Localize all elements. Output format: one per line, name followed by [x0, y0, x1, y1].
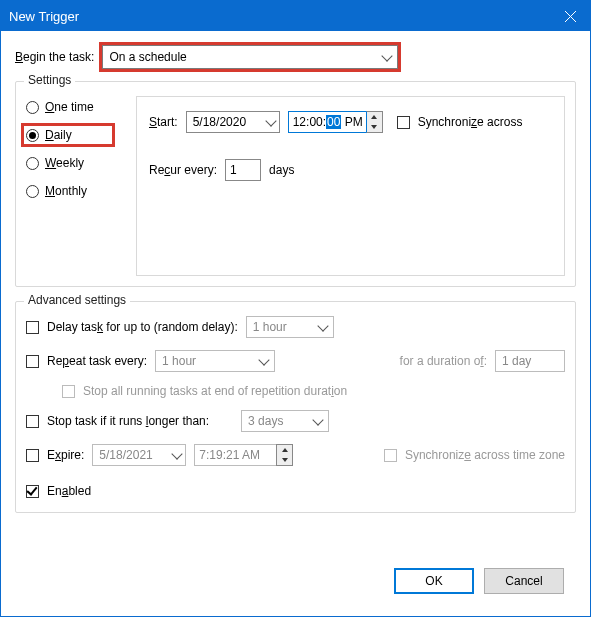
repeat-checkbox[interactable]	[26, 355, 39, 368]
dialog-content: Begin the task: On a schedule Settings O…	[1, 31, 590, 616]
titlebar: New Trigger	[1, 1, 590, 31]
chevron-down-icon	[258, 354, 269, 365]
chevron-down-icon	[382, 50, 393, 61]
sync-tz-checkbox	[384, 449, 397, 462]
stop-longer-label[interactable]: Stop task if it runs longer than:	[47, 414, 209, 428]
ok-button[interactable]: OK	[394, 568, 474, 594]
delay-dropdown[interactable]: 1 hour	[246, 316, 334, 338]
expire-checkbox[interactable]	[26, 449, 39, 462]
begin-task-dropdown[interactable]: On a schedule	[102, 45, 398, 69]
window-title: New Trigger	[9, 9, 79, 24]
start-date-picker[interactable]: 5/18/2020	[186, 111, 280, 133]
advanced-legend: Advanced settings	[24, 293, 130, 307]
advanced-settings-group: Advanced settings Delay task for up to (…	[15, 301, 576, 513]
start-label: Start:	[149, 115, 178, 129]
repeat-dropdown[interactable]: 1 hour	[155, 350, 275, 372]
expire-label[interactable]: Expire:	[47, 448, 84, 462]
radio-daily[interactable]: Daily	[26, 128, 98, 142]
radio-one-time[interactable]: One time	[26, 100, 126, 114]
sync-checkbox[interactable]	[397, 116, 410, 129]
new-trigger-dialog: New Trigger Begin the task: On a schedul…	[0, 0, 591, 617]
begin-task-value: On a schedule	[109, 50, 186, 64]
recur-value-input[interactable]: 1	[225, 159, 261, 181]
stop-longer-dropdown[interactable]: 3 days	[241, 410, 329, 432]
radio-monthly[interactable]: Monthly	[26, 184, 126, 198]
expire-time-input[interactable]: 7:19:21 AM	[194, 444, 276, 466]
sync-label: Synchronize across	[418, 115, 523, 129]
expire-time-spinner[interactable]	[276, 444, 293, 466]
stop-repetition-checkbox	[62, 385, 75, 398]
dialog-footer: OK Cancel	[15, 556, 576, 606]
repeat-label[interactable]: Repeat task every:	[47, 354, 147, 368]
duration-label: for a duration of:	[400, 354, 487, 368]
recur-unit: days	[269, 163, 294, 177]
cancel-button[interactable]: Cancel	[484, 568, 564, 594]
duration-dropdown[interactable]: 1 day	[495, 350, 565, 372]
radio-weekly[interactable]: Weekly	[26, 156, 126, 170]
close-button[interactable]	[550, 1, 590, 31]
stop-longer-checkbox[interactable]	[26, 415, 39, 428]
expire-date-picker[interactable]: 5/18/2021	[92, 444, 186, 466]
delay-checkbox[interactable]	[26, 321, 39, 334]
chevron-down-icon	[172, 448, 183, 459]
schedule-detail-panel: Start: 5/18/2020 12:00:00 PM	[136, 96, 565, 276]
delay-label[interactable]: Delay task for up to (random delay):	[47, 320, 238, 334]
recur-label: Recur every:	[149, 163, 217, 177]
settings-group: Settings One time Daily	[15, 81, 576, 287]
begin-task-label: Begin the task:	[15, 50, 94, 64]
enabled-checkbox[interactable]	[26, 485, 39, 498]
close-icon	[565, 11, 576, 22]
frequency-radios: One time Daily Weekly Monthly	[26, 96, 126, 276]
start-date-value: 5/18/2020	[193, 115, 246, 129]
chevron-down-icon	[317, 320, 328, 331]
sync-tz-label: Synchronize across time zone	[405, 448, 565, 462]
start-time-input[interactable]: 12:00:00 PM	[288, 111, 366, 133]
chevron-down-icon	[312, 414, 323, 425]
chevron-down-icon	[265, 115, 276, 126]
enabled-label[interactable]: Enabled	[47, 484, 91, 498]
start-time-spinner[interactable]	[366, 111, 383, 133]
settings-legend: Settings	[24, 73, 75, 87]
stop-repetition-label: Stop all running tasks at end of repetit…	[83, 384, 347, 398]
